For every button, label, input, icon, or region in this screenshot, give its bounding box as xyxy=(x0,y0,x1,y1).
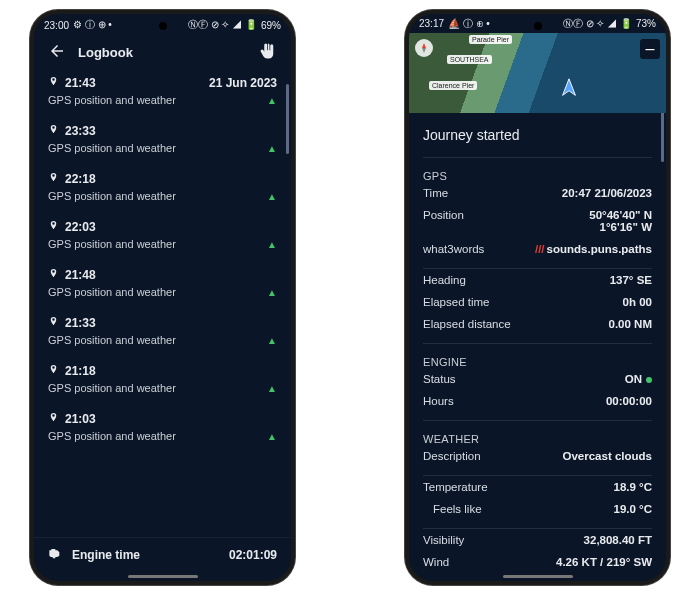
row-weather-desc: DescriptionOvercast clouds xyxy=(409,445,666,467)
pin-icon xyxy=(48,412,59,426)
section-header-engine: ENGINE xyxy=(409,344,666,368)
entry-time: 22:18 xyxy=(65,172,96,186)
log-entry[interactable]: 22:03GPS position and weather▲ xyxy=(48,212,277,260)
section-title: Journey started xyxy=(409,113,666,149)
status-dot-icon xyxy=(646,377,652,383)
cloud-sync-icon: ▲ xyxy=(267,239,277,250)
log-entry[interactable]: 21:03GPS position and weather▲ xyxy=(48,404,277,452)
entry-time: 22:03 xyxy=(65,220,96,234)
log-entry[interactable]: 21:4321 Jun 2023GPS position and weather… xyxy=(48,68,277,116)
log-entry[interactable]: 21:48GPS position and weather▲ xyxy=(48,260,277,308)
camera-hole xyxy=(159,22,167,30)
minimize-button[interactable]: – xyxy=(640,39,660,59)
nav-bar[interactable] xyxy=(409,573,666,581)
entry-desc: GPS position and weather xyxy=(48,334,176,346)
status-icons-right: ⓃⒻ ⊘ ✧ ◢ 🔋 xyxy=(563,17,632,31)
footer-label: Engine time xyxy=(72,548,140,562)
entry-date: 21 Jun 2023 xyxy=(209,76,277,90)
log-entry[interactable]: 23:33GPS position and weather▲ xyxy=(48,116,277,164)
back-icon[interactable] xyxy=(48,42,66,63)
hand-icon[interactable] xyxy=(259,42,277,63)
nav-bar[interactable] xyxy=(34,571,291,581)
log-entry[interactable]: 22:18GPS position and weather▲ xyxy=(48,164,277,212)
entry-desc: GPS position and weather xyxy=(48,382,176,394)
entry-time: 21:48 xyxy=(65,268,96,282)
cloud-sync-icon: ▲ xyxy=(267,287,277,298)
map-label: SOUTHSEA xyxy=(447,55,492,64)
engine-icon xyxy=(48,547,64,562)
row-what3words: what3words///sounds.puns.paths xyxy=(409,238,666,260)
row-heading: Heading137° SE xyxy=(409,269,666,291)
status-icons-left: ⚙ ⓘ ⊕ • xyxy=(73,18,112,32)
entry-desc: GPS position and weather xyxy=(48,94,176,106)
row-time: Time20:47 21/06/2023 xyxy=(409,182,666,204)
entry-time: 23:33 xyxy=(65,124,96,138)
log-entry[interactable]: 21:18GPS position and weather▲ xyxy=(48,356,277,404)
pin-icon xyxy=(48,316,59,330)
map[interactable]: Parade Pier SOUTHSEA Clarence Pier – xyxy=(409,33,666,113)
footer: Engine time 02:01:09 xyxy=(34,537,291,571)
entry-desc: GPS position and weather xyxy=(48,190,176,202)
pin-icon xyxy=(48,220,59,234)
status-time: 23:00 xyxy=(44,20,69,31)
cloud-sync-icon: ▲ xyxy=(267,383,277,394)
entry-desc: GPS position and weather xyxy=(48,430,176,442)
entry-desc: GPS position and weather xyxy=(48,238,176,250)
phone-left: 23:00 ⚙ ⓘ ⊕ • ⓃⒻ ⊘ ✧ ◢ 🔋 69% Logbook 21:… xyxy=(30,10,295,585)
status-icons-right: ⓃⒻ ⊘ ✧ ◢ 🔋 xyxy=(188,18,257,32)
cloud-sync-icon: ▲ xyxy=(267,431,277,442)
log-entry[interactable]: 21:33GPS position and weather▲ xyxy=(48,308,277,356)
location-arrow-icon xyxy=(558,77,580,103)
status-icons-left: ⛵ ⓘ ⊕ • xyxy=(448,17,490,31)
logbook-list[interactable]: 21:4321 Jun 2023GPS position and weather… xyxy=(34,68,291,537)
pin-icon xyxy=(48,172,59,186)
cloud-sync-icon: ▲ xyxy=(267,143,277,154)
section-header-gps: GPS xyxy=(409,158,666,182)
entry-time: 21:33 xyxy=(65,316,96,330)
cloud-sync-icon: ▲ xyxy=(267,95,277,106)
row-visibility: Visibility32,808.40 FT xyxy=(409,529,666,551)
entry-time: 21:18 xyxy=(65,364,96,378)
camera-hole xyxy=(534,22,542,30)
status-battery: 73% xyxy=(636,18,656,29)
page-title: Logbook xyxy=(78,45,133,60)
entry-time: 21:43 xyxy=(65,76,96,90)
row-elapsed-time: Elapsed time0h 00 xyxy=(409,291,666,313)
footer-value: 02:01:09 xyxy=(229,548,277,562)
cloud-sync-icon: ▲ xyxy=(267,191,277,202)
row-engine-status: StatusON xyxy=(409,368,666,390)
status-time: 23:17 xyxy=(419,18,444,29)
map-label: Parade Pier xyxy=(469,35,512,44)
pin-icon xyxy=(48,364,59,378)
map-label: Clarence Pier xyxy=(429,81,477,90)
row-feels-like: Feels like19.0 °C xyxy=(409,498,666,520)
section-header-weather: WEATHER xyxy=(409,421,666,445)
pin-icon xyxy=(48,76,59,90)
header: Logbook xyxy=(34,36,291,68)
row-engine-hours: Hours00:00:00 xyxy=(409,390,666,412)
pin-icon xyxy=(48,268,59,282)
cloud-sync-icon: ▲ xyxy=(267,335,277,346)
row-elapsed-distance: Elapsed distance0.00 NM xyxy=(409,313,666,335)
row-wind: Wind4.26 KT / 219° SW xyxy=(409,551,666,573)
row-temperature: Temperature18.9 °C xyxy=(409,476,666,498)
phone-right: 23:17 ⛵ ⓘ ⊕ • ⓃⒻ ⊘ ✧ ◢ 🔋 73% Parade Pier… xyxy=(405,10,670,585)
row-position: Position50°46'40" N1°6'16" W xyxy=(409,204,666,238)
scroll-indicator xyxy=(286,84,289,154)
entry-desc: GPS position and weather xyxy=(48,286,176,298)
compass-icon[interactable] xyxy=(415,39,433,57)
entry-desc: GPS position and weather xyxy=(48,142,176,154)
status-battery: 69% xyxy=(261,20,281,31)
pin-icon xyxy=(48,124,59,138)
entry-time: 21:03 xyxy=(65,412,96,426)
